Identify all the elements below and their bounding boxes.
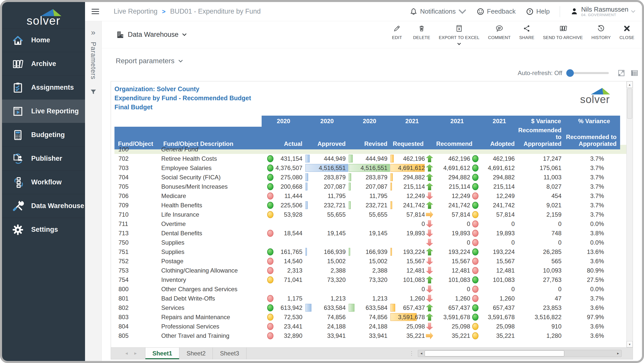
auto-refresh-slider[interactable] xyxy=(567,72,609,74)
table-row[interactable]: 752Postage14,54015,00215,00215,56715,567… xyxy=(114,256,626,266)
scroll-up-button[interactable]: ▲ xyxy=(627,81,633,88)
budgeting-icon xyxy=(12,129,24,141)
sidebar-item-home[interactable]: Home xyxy=(2,28,85,52)
cell-variance-pct: 13.6% xyxy=(565,247,620,256)
vertical-scroll-thumb[interactable] xyxy=(627,88,632,119)
cell-fund-code: 752 xyxy=(114,256,160,266)
sidebar-item-publisher[interactable]: Publisher xyxy=(2,147,85,170)
vertical-scrollbar[interactable]: ▲ ▼ xyxy=(626,81,633,347)
cell-variance-usd: 0 xyxy=(518,284,565,294)
cell-requested: 0 xyxy=(390,284,434,294)
cell-variance-pct: 3.7% xyxy=(565,210,620,219)
send-to-archive-button[interactable]: SEND TO ARCHIVE xyxy=(543,24,583,40)
prev-sheet-icon[interactable]: ◄ xyxy=(125,351,129,356)
status-green-icon xyxy=(472,202,478,209)
scroll-right-button[interactable]: ► xyxy=(615,350,621,357)
sidebar-item-assignments[interactable]: Assignments xyxy=(2,76,85,99)
table-row[interactable]: 710Life Insurance53,92855,65555,65557,81… xyxy=(114,210,626,219)
horizontal-scrollbar[interactable]: ◄ ► xyxy=(418,350,622,357)
table-row[interactable]: 800Other Charges and Services00000.0% xyxy=(114,284,626,294)
trend-down-arrow-icon xyxy=(426,267,433,274)
cell-variance-usd: 0 xyxy=(518,219,565,228)
table-row[interactable]: 702Retiree Health Costs431,154444,949444… xyxy=(114,154,626,163)
export-to-excel-button[interactable]: XEXPORT TO EXCEL xyxy=(439,24,479,45)
sheet-tab-sheet1[interactable]: Sheet1 xyxy=(145,348,180,359)
hamburger-menu-icon[interactable] xyxy=(92,7,99,16)
svg-text:X: X xyxy=(458,27,460,31)
notifications-button[interactable]: Notifications xyxy=(410,8,466,16)
table-row[interactable]: 711Overtime00000.0% xyxy=(114,219,626,228)
trend-up-arrow-icon xyxy=(426,248,433,255)
trend-down-arrow-icon xyxy=(426,285,433,293)
close-button[interactable]: CLOSE xyxy=(619,24,634,40)
table-row[interactable]: 709Health Benefits225,506232,721232,7212… xyxy=(114,201,626,210)
scroll-down-button[interactable]: ▼ xyxy=(627,341,633,347)
user-avatar-icon xyxy=(570,7,579,16)
cell-actual: 32,890 xyxy=(262,331,305,340)
report-parameters-toggle[interactable]: Report parameters xyxy=(116,57,642,65)
comment-button[interactable]: COMMENT xyxy=(488,24,511,40)
table-row[interactable]: 750Supplies0000.0% xyxy=(114,238,626,247)
table-row[interactable]: 804Professional Services23,44124,18824,1… xyxy=(114,322,626,331)
sidebar-item-data-warehouse[interactable]: Data Warehouse xyxy=(2,194,85,218)
filter-icon[interactable] xyxy=(90,88,97,96)
cell-description: Life Insurance xyxy=(160,210,262,219)
sidebar-item-label: Home xyxy=(31,36,50,44)
splitter-handle-icon[interactable]: ⋮ xyxy=(409,350,414,357)
table-row[interactable]: 704Social Security (FICA)275,080283,8792… xyxy=(114,173,626,182)
scroll-left-button[interactable]: ◄ xyxy=(418,350,425,357)
help-button[interactable]: ? Help xyxy=(526,8,550,16)
table-row[interactable]: 803Repairs and Maintenance72,53074,85674… xyxy=(114,312,626,322)
sidebar-item-live-reporting[interactable]: Live Reporting xyxy=(2,99,85,123)
slider-knob[interactable] xyxy=(566,69,574,77)
action-label: HISTORY xyxy=(591,35,611,40)
sidebar-item-label: Archive xyxy=(31,60,56,68)
fund-group-row[interactable]: 100General Fund xyxy=(114,145,626,154)
next-sheet-icon[interactable]: ► xyxy=(134,351,138,356)
delete-button[interactable]: DELETE xyxy=(413,24,430,40)
sheet-tab-sheet2[interactable]: Sheet2 xyxy=(179,348,213,359)
expand-panel-icon[interactable]: » xyxy=(91,28,96,36)
table-row[interactable]: 703Employee Salaries4,376,5074,516,5514,… xyxy=(114,163,626,173)
sidebar-item-workflow[interactable]: Workflow xyxy=(2,170,85,194)
user-menu[interactable]: Nils Rasmussen 04. Government xyxy=(570,6,635,17)
table-row[interactable]: 705Bonuses/Merit Increases200,668207,087… xyxy=(114,182,626,191)
edit-button[interactable]: EDIT xyxy=(389,24,405,40)
table-row[interactable]: 805Other Travel and Training32,89033,941… xyxy=(114,331,626,340)
sidebar-item-budgeting[interactable]: Budgeting xyxy=(2,123,85,147)
sidebar-item-label: Data Warehouse xyxy=(31,202,84,210)
grid-view-icon[interactable] xyxy=(630,69,638,77)
table-row[interactable]: 751Supplies161,765166,939166,939193,2241… xyxy=(114,247,626,256)
cell-description: Employee Salaries xyxy=(160,163,262,173)
feedback-button[interactable]: Feedback xyxy=(476,8,516,16)
popout-icon[interactable] xyxy=(617,69,625,77)
cell-recommend: 35,221 xyxy=(434,331,480,340)
table-row[interactable]: 802Services613,942633,584633,584657,4376… xyxy=(114,303,626,312)
cell-approved: 207,087 xyxy=(305,182,349,191)
table-row[interactable]: 754Inventory71,04173,32073,320101,083101… xyxy=(114,275,626,284)
chevron-down-icon xyxy=(178,60,183,62)
trend-up-arrow-icon xyxy=(426,155,433,162)
breadcrumb-section[interactable]: Live Reporting xyxy=(114,8,157,15)
status-green-icon xyxy=(472,304,478,311)
sidebar-item-archive[interactable]: Archive xyxy=(2,52,85,76)
cell-adopted: 25,098 xyxy=(480,322,518,331)
table-row[interactable]: 706Medicare11,44411,79511,79512,24912,24… xyxy=(114,191,626,201)
data-source-selector[interactable]: Data Warehouse xyxy=(116,30,187,39)
history-button[interactable]: HISTORY xyxy=(591,24,611,40)
cell-requested: 57,814 xyxy=(390,210,434,219)
sidebar-item-settings[interactable]: Settings xyxy=(2,218,85,241)
table-row[interactable]: 753Clothing/Cleaning Allowance2,3132,388… xyxy=(114,266,626,275)
delete-icon xyxy=(418,24,426,34)
cell-approved: 33,941 xyxy=(305,331,349,340)
parameters-panel-label: Parameters xyxy=(89,42,97,80)
horizontal-scroll-thumb[interactable] xyxy=(425,350,564,356)
databar-green xyxy=(349,304,354,312)
sheet-tab-sheet3[interactable]: Sheet3 xyxy=(213,348,246,359)
table-row[interactable]: 713Dental Benefits18,54419,14519,14519,8… xyxy=(114,228,626,238)
breadcrumb-separator-icon: > xyxy=(162,8,166,15)
table-row[interactable]: 801Bad Debt Write-Offs1,1751,2131,2131,2… xyxy=(114,294,626,303)
cell-variance-usd: 23,853 xyxy=(518,303,565,312)
action-label: CLOSE xyxy=(619,35,634,40)
share-button[interactable]: SHARE xyxy=(519,24,534,40)
